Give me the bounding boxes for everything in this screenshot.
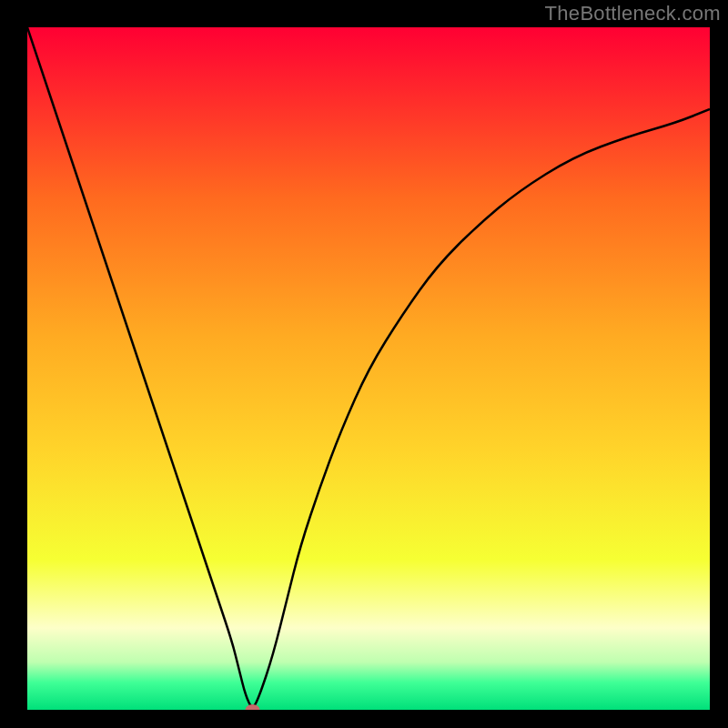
plot-area bbox=[27, 27, 710, 710]
gradient-background bbox=[27, 27, 710, 710]
chart-stage: TheBottleneck.com bbox=[0, 0, 728, 728]
watermark-text: TheBottleneck.com bbox=[545, 2, 721, 25]
chart-svg bbox=[27, 27, 710, 710]
